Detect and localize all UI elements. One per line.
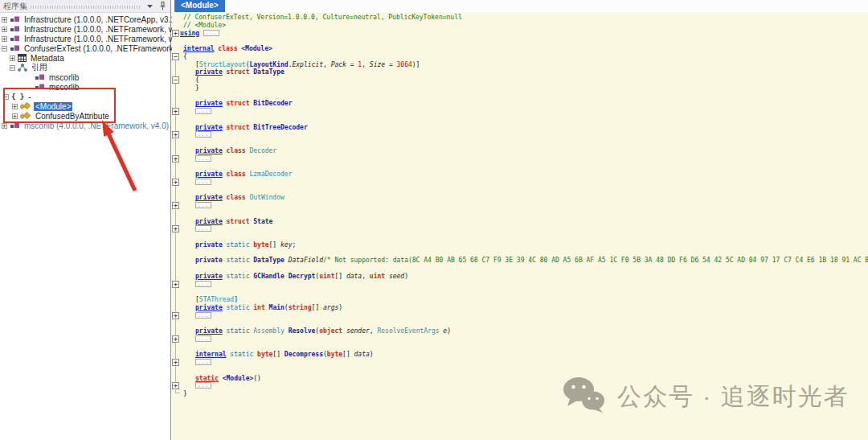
tree-item[interactable]: +Infrastructure (1.0.0.0, .NETFramework,… [0, 24, 170, 34]
outline-toggle[interactable]: + [172, 30, 179, 37]
code-token: uint [370, 273, 385, 280]
code-line: +... [172, 131, 868, 139]
tree-expander[interactable]: + [2, 27, 7, 32]
tree-expander[interactable]: − [3, 94, 9, 100]
tree-expander[interactable]: + [10, 56, 15, 61]
code-token: State [253, 218, 272, 225]
chevron-down-icon[interactable] [145, 2, 154, 11]
collapsed-region-box[interactable]: ... [195, 312, 211, 319]
assembly-icon [10, 25, 20, 33]
code-token: ResolveEventArgs [377, 327, 439, 335]
code-token: ) [338, 304, 342, 311]
collapsed-region-box[interactable]: ... [195, 225, 211, 232]
pin-icon[interactable] [158, 2, 167, 11]
assembly-icon [10, 44, 20, 52]
code-token: using [180, 30, 199, 37]
tree-expander-spacer [27, 75, 32, 80]
code-line: internal class <Module> [172, 45, 868, 53]
code-token: [] [269, 241, 280, 249]
code-token: static [227, 257, 250, 264]
outline-toggle[interactable]: − [172, 53, 179, 60]
outline-toggle[interactable]: + [172, 155, 179, 162]
tree-item[interactable]: −ConfuserExTest (1.0.0.0, .NETFramework,… [0, 43, 170, 53]
outline-toggle[interactable]: + [172, 179, 179, 186]
code-token: () [253, 375, 261, 382]
code-token: static [227, 327, 250, 335]
collapsed-region-box[interactable]: ... [195, 335, 211, 342]
code-line: +... [172, 312, 868, 320]
collapsed-region-box[interactable]: ... [195, 155, 211, 162]
assembly-icon [10, 15, 20, 23]
code-token: class [227, 147, 246, 154]
code-line: // ConfuserExTest, Version=1.0.0.0, Cult… [172, 14, 868, 22]
code-line: +using ... [172, 30, 868, 38]
tree-item[interactable]: +ConfusedByAttribute [0, 111, 170, 121]
collapsed-region-box[interactable]: ... [195, 108, 211, 114]
tree-item[interactable]: +<Module> [0, 101, 170, 111]
collapsed-region-box[interactable]: ... [195, 131, 211, 138]
outline-toggle[interactable]: + [172, 312, 179, 319]
collapsed-region-box[interactable]: ... [195, 382, 211, 389]
code-token: LzmaDecoder [249, 171, 292, 178]
tree-item[interactable]: +Metadata [0, 53, 170, 63]
tree-item[interactable]: −引用 [0, 63, 170, 72]
collapsed-region-box[interactable]: ... [195, 179, 211, 185]
tree-expander-spacer [27, 84, 32, 90]
collapsed-region-box[interactable]: ... [195, 359, 211, 365]
code-line [172, 187, 868, 195]
code-token: = [346, 61, 358, 68]
tree-item-label: mscorlib [47, 73, 80, 82]
tree-item[interactable]: +Infrastructure (1.0.0.0, .NETCoreApp, v… [0, 14, 170, 24]
tree-expander[interactable]: + [2, 123, 7, 129]
tree-item[interactable]: +mscorlib (4.0.0.0, .NETFramework, v4.0) [0, 121, 170, 130]
collapsed-region-box[interactable]: ... [195, 202, 211, 208]
tree-item[interactable]: mscorlib [0, 82, 170, 92]
tree-expander[interactable]: + [2, 36, 7, 42]
tree-expander[interactable]: + [2, 17, 7, 23]
references-icon [18, 64, 27, 72]
code-token: ; [292, 241, 296, 249]
code-line: +... [172, 359, 868, 367]
tree-expander[interactable]: + [12, 104, 18, 109]
code-token: seed [389, 273, 404, 280]
outline-toggle[interactable]: + [172, 131, 179, 138]
tab-module[interactable]: <Module> [174, 0, 225, 12]
outline-toggle[interactable]: + [172, 281, 179, 288]
outline-toggle[interactable]: + [172, 335, 179, 343]
code-token: , [323, 61, 331, 68]
outline-toggle[interactable]: + [172, 225, 179, 232]
outline-toggle[interactable]: + [172, 359, 179, 366]
tree-expander[interactable]: − [10, 65, 15, 71]
outline-toggle[interactable]: + [172, 202, 179, 209]
code-token: private [195, 100, 223, 107]
tree-item-label: Metadata [29, 54, 66, 63]
code-token: sender [346, 327, 370, 335]
code-token: private [195, 304, 223, 311]
outline-toggle[interactable]: − [172, 76, 179, 84]
code-line: +... [172, 335, 868, 343]
metadata-icon [18, 54, 27, 62]
code-line: } [172, 84, 868, 93]
tree-expander[interactable]: + [12, 113, 18, 119]
code-token: private [195, 218, 223, 225]
code-token: Explicit [292, 61, 323, 68]
assembly-tree[interactable]: +Infrastructure (1.0.0.0, .NETCoreApp, v… [0, 13, 170, 130]
collapsed-region-box[interactable]: ... [203, 30, 219, 36]
tab-bar: <Module> [172, 0, 868, 12]
code-token: DataField [289, 257, 323, 264]
code-token: LayoutKind [249, 61, 288, 68]
code-line: private class LzmaDecoder [172, 171, 868, 179]
code-token: private [195, 194, 223, 201]
tree-item[interactable]: mscorlib [0, 72, 170, 82]
outline-toggle[interactable]: + [172, 108, 179, 115]
tree-item[interactable]: +Infrastructure (1.0.0.0, .NETFramework,… [0, 34, 170, 43]
tree-item[interactable]: −{ }- [0, 92, 170, 101]
collapsed-region-box[interactable]: ... [195, 281, 211, 287]
code-line: [STAThread] [172, 296, 868, 304]
tree-expander[interactable]: − [2, 46, 7, 51]
code-token: ) [447, 327, 451, 335]
document-panel: <Module> // ConfuserExTest, Version=1.0.… [172, 0, 868, 440]
code-token: struct [227, 218, 250, 225]
code-token: private [195, 273, 223, 280]
code-token: BitDecoder [253, 100, 292, 107]
